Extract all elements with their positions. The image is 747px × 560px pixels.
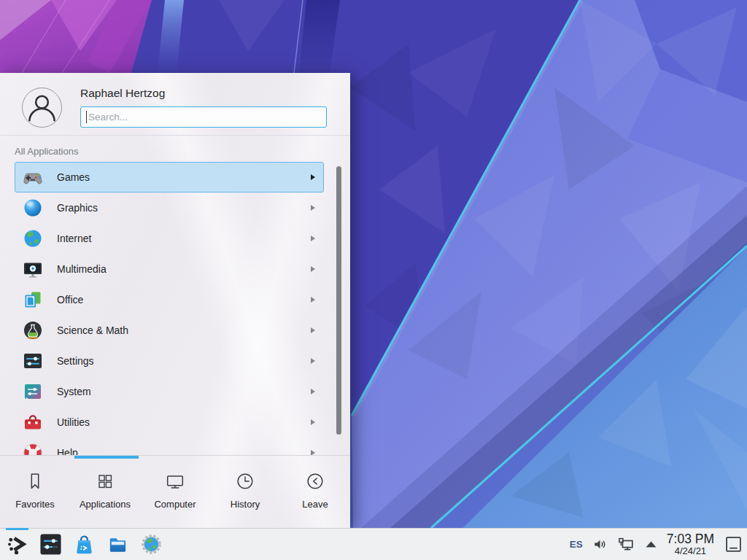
menu-item-science-math[interactable]: Science & Math: [15, 315, 324, 346]
menu-item-graphics[interactable]: Graphics: [15, 192, 324, 223]
globe-icon: [21, 227, 44, 250]
submenu-arrow-icon: [311, 174, 315, 180]
clock-date: 4/24/21: [667, 546, 714, 556]
discover-bag-icon: [73, 533, 96, 556]
expand-tray-icon[interactable]: [645, 540, 657, 548]
applications-grid-icon: [94, 470, 116, 492]
show-desktop-icon: [725, 536, 742, 553]
submenu-arrow-icon: [311, 205, 315, 211]
multimedia-monitor-icon: [21, 257, 44, 281]
tab-applications[interactable]: Applications: [70, 459, 140, 528]
submenu-arrow-icon: [311, 389, 315, 394]
tab-label: Computer: [154, 499, 196, 510]
menu-item-help[interactable]: Help: [15, 438, 324, 455]
computer-monitor-icon: [164, 470, 186, 492]
digital-clock[interactable]: 7:03 PM 4/24/21: [667, 532, 714, 556]
tab-label: Applications: [80, 499, 131, 510]
header-separator: [0, 135, 350, 136]
submenu-arrow-icon: [311, 419, 315, 425]
tab-label: History: [231, 499, 260, 510]
gamepad-icon: [21, 166, 44, 189]
kde-kickoff-icon: [6, 533, 28, 556]
menu-item-label: Games: [57, 171, 90, 183]
menu-item-utilities[interactable]: Utilities: [15, 407, 324, 438]
discover-button[interactable]: [73, 533, 96, 556]
taskbar-panel: ES 7:03 PM 4/24/21: [0, 528, 747, 560]
menu-item-label: System: [57, 386, 91, 397]
menu-item-multimedia[interactable]: Multimedia: [15, 254, 324, 284]
web-browser-button[interactable]: [140, 533, 163, 556]
show-desktop-button[interactable]: [724, 533, 743, 555]
tab-computer[interactable]: Computer: [140, 459, 210, 528]
tab-history[interactable]: History: [210, 459, 280, 528]
search-input[interactable]: [80, 106, 327, 128]
system-settings-icon: [39, 533, 62, 556]
dolphin-folder-icon: [107, 533, 129, 556]
settings-sliders-icon: [21, 349, 44, 373]
application-launcher-button[interactable]: [6, 533, 28, 556]
system-tile-icon: [21, 380, 44, 403]
menu-item-label: Science & Math: [57, 324, 128, 336]
submenu-arrow-icon: [311, 266, 315, 272]
history-clock-icon: [234, 470, 256, 492]
menu-item-settings[interactable]: Settings: [15, 346, 324, 376]
menu-item-label: Graphics: [57, 202, 98, 214]
file-manager-button[interactable]: [107, 533, 129, 556]
tab-favorites[interactable]: Favorites: [0, 459, 70, 528]
text-caret: [86, 111, 87, 123]
footer-separator: [0, 455, 350, 456]
menu-item-office[interactable]: Office: [15, 284, 324, 315]
submenu-arrow-icon: [311, 358, 315, 364]
office-documents-icon: [21, 288, 44, 311]
menu-item-label: Multimedia: [57, 263, 107, 275]
user-avatar[interactable]: [22, 88, 62, 128]
list-scrollbar[interactable]: [336, 166, 341, 435]
section-label: All Applications: [15, 146, 78, 157]
menu-item-internet[interactable]: Internet: [15, 223, 324, 254]
audio-volume-icon[interactable]: [592, 537, 608, 552]
submenu-arrow-icon: [311, 297, 315, 303]
tab-leave[interactable]: Leave: [280, 459, 350, 528]
menu-item-label: Utilities: [57, 416, 90, 428]
browser-globe-icon: [140, 533, 163, 556]
science-flask-icon: [21, 319, 44, 342]
submenu-arrow-icon: [311, 450, 315, 455]
clock-time: 7:03 PM: [667, 532, 714, 546]
user-name: Raphael Hertzog: [80, 87, 165, 100]
launcher-tab-bar: Favorites Applications Computer History: [0, 459, 350, 528]
menu-item-system[interactable]: System: [15, 376, 324, 407]
bookmark-icon: [24, 470, 46, 492]
system-tray: ES 7:03 PM 4/24/21: [570, 532, 747, 556]
keyboard-layout-indicator[interactable]: ES: [570, 539, 583, 550]
network-icon[interactable]: [617, 536, 635, 553]
toolbox-icon: [21, 411, 44, 434]
graphics-sphere-icon: [21, 196, 44, 219]
tab-label: Favorites: [15, 499, 54, 510]
tab-label: Leave: [302, 499, 328, 510]
leave-circle-icon: [304, 470, 326, 492]
application-launcher-menu: Raphael Hertzog All Applications Games: [0, 73, 350, 528]
menu-item-label: Office: [57, 294, 83, 306]
person-icon: [23, 88, 61, 127]
submenu-arrow-icon: [311, 327, 315, 333]
menu-item-games[interactable]: Games: [15, 162, 324, 192]
menu-item-label: Help: [57, 447, 78, 455]
menu-item-label: Internet: [57, 233, 91, 244]
system-settings-button[interactable]: [39, 533, 62, 556]
submenu-arrow-icon: [311, 236, 315, 241]
lifebuoy-icon: [21, 441, 44, 455]
menu-item-label: Settings: [57, 355, 94, 367]
taskbar-launchers: [0, 533, 163, 556]
application-category-list: Games Graphics Internet: [0, 162, 350, 455]
